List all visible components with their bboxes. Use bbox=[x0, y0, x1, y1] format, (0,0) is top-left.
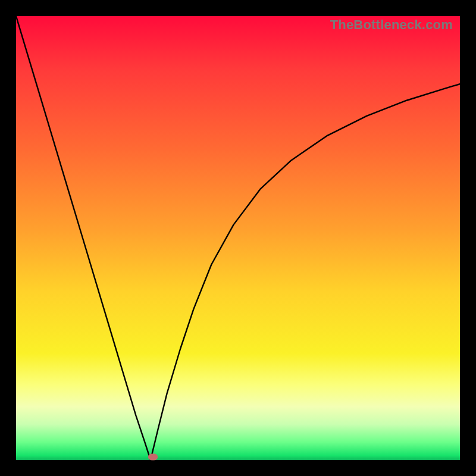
curve-left-branch bbox=[16, 16, 151, 460]
bottleneck-curve bbox=[16, 16, 460, 460]
plot-area: TheBottleneck.com bbox=[16, 16, 460, 460]
minimum-marker bbox=[148, 453, 158, 460]
curve-right-branch bbox=[151, 84, 460, 460]
chart-frame: TheBottleneck.com bbox=[0, 0, 476, 476]
